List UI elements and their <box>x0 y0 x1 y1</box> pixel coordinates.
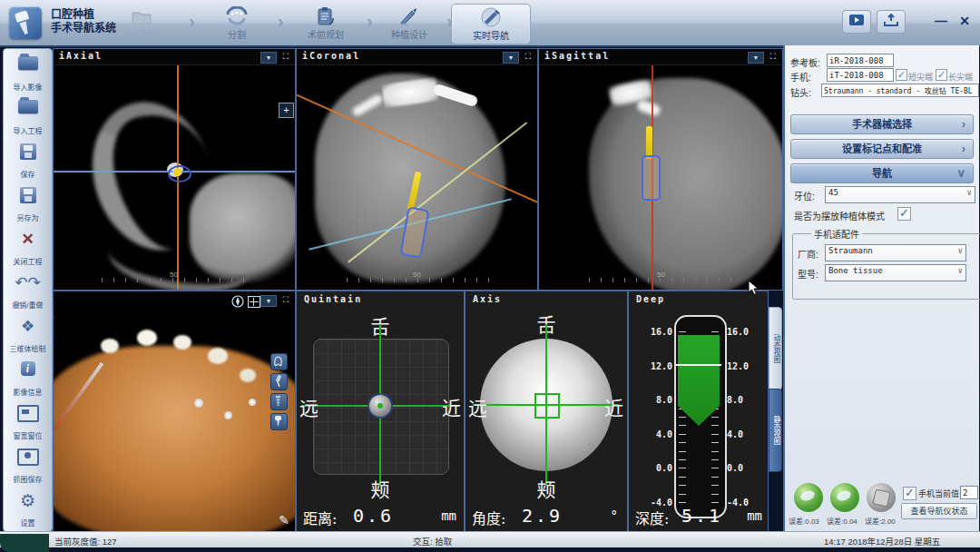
chevron-down-icon: ∨ <box>967 188 972 197</box>
deep-tick-label: 4.0 <box>727 429 743 439</box>
quintain-center-dot <box>377 403 383 409</box>
jaw-volume <box>54 346 295 531</box>
sidebar-item-label: 关闭工程 <box>4 256 52 266</box>
vendor-select[interactable]: Straumann ∨ <box>825 244 966 261</box>
sidebar-item-snapshot[interactable]: 抓图保存 <box>4 443 52 487</box>
tracker-status-icon-handpiece <box>794 483 823 512</box>
viewport-3d[interactable]: ▼ ⛶ ✎ <box>53 291 296 532</box>
sidebar-item-import-image[interactable]: 导入影像 <box>4 51 52 94</box>
viewport-axial[interactable]: + 50 iAxial ▼ ⛶ <box>53 48 296 291</box>
tab-static-view[interactable]: 静态视图 <box>769 389 782 472</box>
tab-dynamic-view[interactable]: 动态视图 <box>769 307 782 390</box>
tooth-crown-icon[interactable] <box>270 353 288 370</box>
sidebar-item-label: 抓图保存 <box>4 474 52 484</box>
step-segmentation[interactable]: 分割 <box>198 4 276 43</box>
depth-label: 深度: <box>635 507 669 528</box>
long-tip-label: 长尖端 <box>948 71 973 83</box>
step-separator-icon: › <box>189 11 195 32</box>
drill-tool-icon[interactable] <box>270 373 288 390</box>
sagittal-title: iSagittal <box>544 51 610 61</box>
drill-handle <box>54 308 56 386</box>
maximize-icon[interactable]: ⛶ <box>280 52 291 62</box>
maximize-icon[interactable]: ⛶ <box>768 52 779 62</box>
layout-dropdown-icon[interactable]: ▼ <box>503 52 519 64</box>
settings-gear-icon: ⚙ <box>20 492 35 510</box>
model-select[interactable]: Bone tissue ∨ <box>825 264 966 281</box>
status-bar: 当前灰度值: 127 交互: 拾取 14:17 2018年12月28日 星期五 <box>0 531 980 547</box>
navigation-section-header[interactable]: 导航 ∨ <box>790 163 974 183</box>
implant-crown-icon[interactable] <box>270 413 288 430</box>
short-tip-checkbox[interactable]: ✓ <box>896 69 907 81</box>
drill-bit-label: 钻头: <box>790 85 811 99</box>
zoom-plus-button[interactable]: + <box>279 103 294 118</box>
button-label: 设置标记点和配准 <box>842 143 922 154</box>
step-label: 分割 <box>198 27 276 41</box>
export-button[interactable] <box>877 10 906 34</box>
gray-value-status: 当前灰度值: 127 <box>54 535 117 547</box>
marker-sphere <box>249 399 256 406</box>
chevron-down-icon: ∨ <box>958 266 963 275</box>
step-preop-planning[interactable]: 术前规划 <box>287 4 365 43</box>
volume-render-icon: ❖ <box>21 318 34 336</box>
layout-dropdown-icon[interactable]: ▼ <box>748 52 764 64</box>
marker-sphere <box>194 399 203 408</box>
placement-mode-checkbox[interactable]: ✓ <box>897 207 911 221</box>
step-label: 导入数据 <box>103 27 181 41</box>
annotate-pen-icon[interactable]: ✎ <box>279 513 289 527</box>
viewport-sagittal[interactable]: 50 iSagittal ▼ ⛶ <box>538 48 783 291</box>
viewport-coronal[interactable]: 50 iCoronal ▼ ⛶ <box>296 48 538 291</box>
tooth-position-select[interactable]: 45 ∨ <box>825 186 975 203</box>
instrument-select-button[interactable]: 手术器械选择 › <box>790 114 974 134</box>
handpiece-input[interactable] <box>827 68 894 82</box>
drill-bit-input[interactable] <box>821 84 979 97</box>
sidebar-item-image-info[interactable]: i 影像信息 <box>4 356 52 399</box>
orientation-compass-icon[interactable] <box>231 295 244 311</box>
deep-target-line <box>676 364 721 366</box>
sidebar-item-save-as[interactable]: 另存为 <box>4 182 52 225</box>
sidebar-item-volume-render[interactable]: ❖ 三维体绘制 <box>4 312 52 356</box>
deep-tick-label: 16.0 <box>631 327 672 337</box>
sidebar-item-save[interactable]: 保存 <box>4 138 52 182</box>
sidebar-item-window-level[interactable]: 窗宽窗位 <box>4 399 52 443</box>
step-import-data[interactable]: 导入数据 <box>103 4 181 43</box>
maximize-icon[interactable]: ⛶ <box>523 52 534 62</box>
distance-readout: 距离: 0.6 mm <box>297 502 464 531</box>
navigator-status-button[interactable]: 查看导航仪状态 <box>901 503 977 519</box>
label-mesial: 近 <box>604 393 623 420</box>
registration-button[interactable]: 设置标记点和配准 › <box>790 139 974 159</box>
tooth-blob <box>208 348 228 364</box>
chevron-down-icon: ∨ <box>956 164 965 182</box>
sidebar-item-import-project[interactable]: 导入工程 <box>4 94 52 138</box>
reference-plate-label: 参考板: <box>790 55 820 69</box>
export-icon <box>883 14 899 26</box>
model-label: 型号: <box>798 267 818 281</box>
tracker-error: 误差:0.03 <box>789 516 819 526</box>
sidebar-item-settings[interactable]: ⚙ 设置 <box>4 487 52 530</box>
layout-dropdown-icon[interactable]: ▼ <box>260 52 277 64</box>
sagittal-ruler-label: 50 <box>657 271 665 279</box>
save-as-icon <box>20 187 36 203</box>
deep-tick-label: 12.0 <box>631 361 672 371</box>
panel-deep: Deep 16.0 12.0 8.0 4.0 0.0 -4.0 16.0 12.… <box>628 291 769 532</box>
long-tip-checkbox[interactable]: ✓ <box>936 69 947 81</box>
panel-axis: Axis 舌 远 近 颊 角度: 2.9 ° <box>465 291 628 532</box>
sidebar-item-undo-redo[interactable]: ↶↷ 撤销/重做 <box>4 269 52 312</box>
handpiece-current-checkbox[interactable]: ✓ <box>903 487 916 500</box>
deep-tick-label: 8.0 <box>727 395 743 405</box>
save-icon <box>20 143 36 160</box>
maximize-icon[interactable]: ⛶ <box>280 295 291 305</box>
handpiece-current-input[interactable] <box>960 486 978 499</box>
implant-screw-icon[interactable] <box>270 393 288 410</box>
sidebar-item-label: 影像信息 <box>4 387 52 397</box>
sidebar-item-close-project[interactable]: ✕ 关闭工程 <box>4 225 52 269</box>
reference-plate-input[interactable] <box>827 54 894 67</box>
step-realtime-navigation[interactable]: 实时导航 <box>451 4 531 44</box>
video-capture-button[interactable] <box>842 10 871 34</box>
step-implant-design[interactable]: 种植设计 <box>370 4 448 43</box>
axial-image: + 50 <box>54 64 295 290</box>
layout-grid-icon[interactable] <box>248 296 260 308</box>
layout-dropdown-icon[interactable]: ▼ <box>260 295 277 307</box>
close-button[interactable]: ✕ <box>951 10 978 32</box>
adapter-group: 手机适配件 <box>792 227 980 300</box>
step-label: 术前规划 <box>287 27 365 41</box>
